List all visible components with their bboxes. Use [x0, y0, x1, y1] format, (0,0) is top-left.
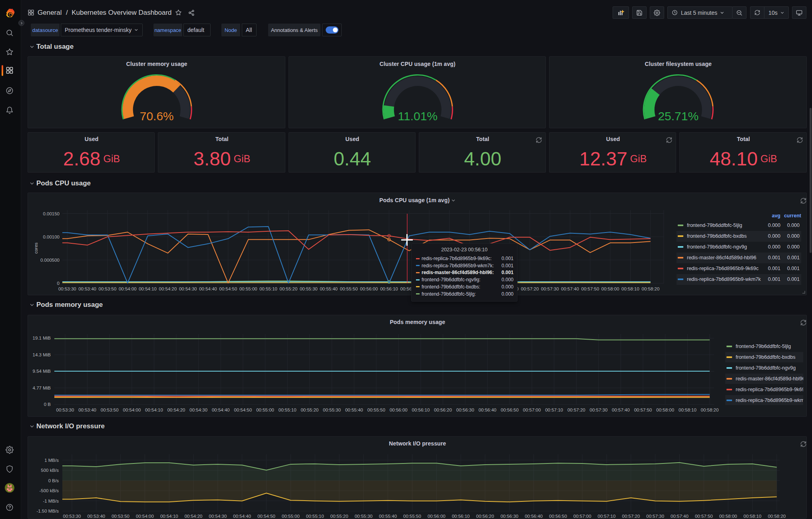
svg-text:00:54:20: 00:54:20: [159, 286, 177, 291]
svg-text:00:57:30: 00:57:30: [590, 408, 608, 412]
svg-text:00:58:20: 00:58:20: [642, 286, 660, 291]
svg-text:00:56:40: 00:56:40: [478, 408, 496, 412]
svg-text:00:55:20: 00:55:20: [330, 514, 348, 519]
svg-text:00:57:50: 00:57:50: [581, 286, 599, 291]
svg-text:00:57:40: 00:57:40: [561, 286, 579, 291]
svg-text:00:54:30: 00:54:30: [179, 286, 197, 291]
svg-text:00:57:20: 00:57:20: [567, 408, 585, 412]
svg-text:00:57:00: 00:57:00: [573, 514, 591, 519]
svg-text:00:54:40: 00:54:40: [233, 514, 251, 519]
svg-text:00:55:10: 00:55:10: [259, 286, 277, 291]
svg-text:00:55:40: 00:55:40: [345, 408, 363, 412]
svg-text:00:57:20: 00:57:20: [622, 514, 640, 519]
svg-text:00:54:00: 00:54:00: [119, 286, 137, 291]
svg-text:00:54:50: 00:54:50: [257, 514, 275, 519]
svg-text:00:56:30: 00:56:30: [456, 408, 474, 412]
svg-text:00:56:30: 00:56:30: [500, 514, 518, 519]
svg-text:00:53:50: 00:53:50: [101, 408, 119, 412]
svg-text:00:55:00: 00:55:00: [282, 514, 300, 519]
svg-text:00:57:30: 00:57:30: [541, 286, 559, 291]
svg-text:-1 MB/s: -1 MB/s: [43, 498, 59, 503]
svg-text:00:55:10: 00:55:10: [279, 408, 297, 412]
svg-text:00:54:40: 00:54:40: [199, 286, 217, 291]
svg-text:00:55:50: 00:55:50: [367, 408, 385, 412]
svg-text:00:55:30: 00:55:30: [323, 408, 341, 412]
svg-text:11.01%: 11.01%: [398, 109, 438, 123]
svg-text:00:58:00: 00:58:00: [601, 286, 619, 291]
svg-text:00:56:20: 00:56:20: [434, 408, 452, 412]
svg-text:00:57:10: 00:57:10: [598, 514, 616, 519]
svg-text:00:58:00: 00:58:00: [719, 514, 737, 519]
svg-text:00:55:50: 00:55:50: [403, 514, 421, 519]
svg-text:00:54:20: 00:54:20: [167, 408, 185, 412]
svg-text:00:56:10: 00:56:10: [412, 408, 430, 412]
svg-text:00:56:00: 00:56:00: [428, 514, 446, 519]
svg-text:00:54:50: 00:54:50: [234, 408, 252, 412]
svg-text:00:58:10: 00:58:10: [621, 286, 639, 291]
svg-text:9.54 MiB: 9.54 MiB: [33, 369, 51, 374]
svg-text:00:55:50: 00:55:50: [340, 286, 358, 291]
svg-text:-500 kB/s: -500 kB/s: [39, 488, 59, 493]
svg-text:00:57:30: 00:57:30: [646, 514, 664, 519]
svg-text:00:56:10: 00:56:10: [380, 286, 398, 291]
svg-text:00:53:40: 00:53:40: [78, 286, 96, 291]
svg-text:00:57:50: 00:57:50: [634, 408, 652, 412]
svg-text:00:55:40: 00:55:40: [320, 286, 338, 291]
svg-text:500 kB/s: 500 kB/s: [41, 468, 59, 473]
svg-text:00:56:00: 00:56:00: [390, 408, 408, 412]
svg-text:00:56:10: 00:56:10: [452, 514, 470, 519]
svg-text:00:58:20: 00:58:20: [768, 514, 786, 519]
svg-text:00:54:40: 00:54:40: [212, 408, 230, 412]
svg-text:cores: cores: [34, 243, 38, 254]
svg-text:00:55:40: 00:55:40: [379, 514, 397, 519]
svg-text:00:56:00: 00:56:00: [360, 286, 378, 291]
svg-text:-1.50 MB/s: -1.50 MB/s: [36, 509, 59, 513]
svg-text:00:57:00: 00:57:00: [523, 408, 541, 412]
svg-text:00:56:40: 00:56:40: [525, 514, 543, 519]
svg-text:0 B: 0 B: [44, 402, 51, 407]
svg-text:00:53:30: 00:53:30: [56, 408, 74, 412]
svg-text:00:54:20: 00:54:20: [185, 514, 203, 519]
svg-text:0 B/s: 0 B/s: [48, 478, 59, 483]
svg-text:00:57:20: 00:57:20: [521, 286, 539, 291]
svg-text:00:57:40: 00:57:40: [612, 408, 630, 412]
svg-text:00:54:10: 00:54:10: [160, 514, 178, 519]
svg-text:00:58:00: 00:58:00: [656, 408, 674, 412]
svg-text:70.6%: 70.6%: [140, 109, 174, 123]
svg-text:4.77 MiB: 4.77 MiB: [33, 385, 51, 390]
svg-text:00:56:50: 00:56:50: [501, 408, 519, 412]
svg-text:00:56:20: 00:56:20: [476, 514, 494, 519]
svg-text:19.1 MiB: 19.1 MiB: [33, 336, 51, 340]
svg-text:00:56:50: 00:56:50: [549, 514, 567, 519]
svg-text:00:58:10: 00:58:10: [744, 514, 762, 519]
svg-text:00:58:20: 00:58:20: [701, 408, 719, 412]
svg-text:0.000500: 0.000500: [40, 258, 60, 262]
svg-text:00:55:30: 00:55:30: [354, 514, 372, 519]
svg-text:00:57:10: 00:57:10: [545, 408, 563, 412]
svg-text:00:53:50: 00:53:50: [111, 514, 129, 519]
svg-text:00:53:40: 00:53:40: [78, 408, 96, 412]
svg-text:00:54:50: 00:54:50: [219, 286, 237, 291]
svg-text:14.3 MiB: 14.3 MiB: [33, 352, 51, 357]
svg-text:00:55:20: 00:55:20: [280, 286, 298, 291]
svg-text:0.00150: 0.00150: [43, 211, 60, 216]
svg-text:00:57:40: 00:57:40: [671, 514, 689, 519]
svg-text:0: 0: [57, 281, 60, 286]
svg-text:25.71%: 25.71%: [658, 109, 699, 123]
svg-text:00:54:10: 00:54:10: [139, 286, 157, 291]
svg-text:00:54:30: 00:54:30: [209, 514, 227, 519]
svg-text:00:57:50: 00:57:50: [695, 514, 713, 519]
svg-text:00:53:40: 00:53:40: [87, 514, 105, 519]
svg-text:00:54:00: 00:54:00: [136, 514, 154, 519]
svg-text:00:53:30: 00:53:30: [58, 286, 76, 291]
svg-text:0.00100: 0.00100: [43, 235, 60, 239]
svg-text:00:54:30: 00:54:30: [189, 408, 207, 412]
svg-text:00:58:10: 00:58:10: [679, 408, 697, 412]
svg-text:00:54:00: 00:54:00: [123, 408, 141, 412]
svg-text:00:55:10: 00:55:10: [306, 514, 324, 519]
svg-text:00:54:10: 00:54:10: [145, 408, 163, 412]
svg-text:1 MB/s: 1 MB/s: [44, 457, 59, 462]
svg-text:00:55:00: 00:55:00: [239, 286, 257, 291]
svg-text:00:53:30: 00:53:30: [63, 514, 81, 519]
svg-text:00:55:00: 00:55:00: [256, 408, 274, 412]
